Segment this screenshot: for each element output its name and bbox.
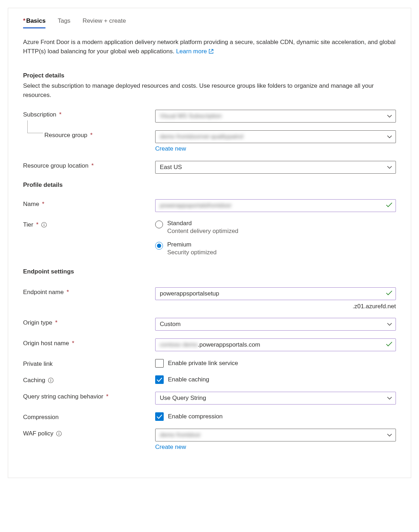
row-caching: Caching Enable caching: [23, 375, 396, 384]
row-compression: Compression Enable compression: [23, 412, 396, 421]
required-marker: *: [66, 289, 69, 296]
chevron-down-icon: [387, 321, 392, 328]
name-label: Name *: [23, 199, 155, 208]
private-link-checkbox-label: Enable private link service: [168, 360, 238, 367]
subscription-label: Subscription *: [23, 110, 155, 118]
caching-checkbox-label: Enable caching: [168, 376, 209, 383]
required-marker: *: [23, 17, 26, 24]
origin-host-label: Origin host name *: [23, 338, 155, 347]
qs-behavior-select[interactable]: Use Query String: [155, 392, 396, 405]
tab-review-create[interactable]: Review + create: [82, 17, 126, 28]
required-marker: *: [59, 111, 62, 118]
rg-location-label: Resource group location *: [23, 161, 155, 169]
row-origin-type: Origin type * Custom: [23, 318, 396, 331]
required-marker: *: [72, 340, 74, 347]
tree-connector-line: [27, 120, 43, 133]
tier-premium-desc: Security optimized: [167, 249, 217, 256]
row-subscription: Subscription * Visual MS Subscription: [23, 110, 396, 123]
info-icon[interactable]: [48, 378, 54, 383]
origin-type-select[interactable]: Custom: [155, 318, 396, 331]
radio-circle-icon: [155, 242, 163, 250]
row-rg-location: Resource group location * East US: [23, 161, 396, 174]
tab-bar: *Basics Tags Review + create: [23, 17, 396, 28]
chevron-down-icon: [387, 164, 392, 171]
required-marker: *: [106, 393, 109, 400]
svg-point-7: [59, 432, 59, 433]
qs-behavior-value: Use Query String: [160, 395, 206, 402]
create-new-rg-link[interactable]: Create new: [155, 145, 396, 152]
chevron-down-icon: [387, 395, 392, 402]
required-marker: *: [55, 319, 58, 326]
tier-radio-standard[interactable]: Standard Content delivery optimized: [155, 220, 396, 235]
endpoint-name-input[interactable]: powerappsportalsetup: [155, 287, 396, 300]
waf-policy-label: WAF policy: [23, 429, 155, 437]
endpoint-name-value: powerappsportalsetup: [160, 290, 219, 297]
chevron-down-icon: [387, 113, 392, 120]
checkmark-icon: [157, 378, 162, 382]
row-origin-host: Origin host name * contoso demo.powerapp…: [23, 338, 396, 351]
endpoint-name-label: Endpoint name *: [23, 287, 155, 296]
subscription-select[interactable]: Visual MS Subscription: [155, 110, 396, 123]
row-endpoint-name: Endpoint name * powerappsportalsetup .z0…: [23, 287, 396, 310]
checkmark-icon: [386, 341, 392, 348]
row-resource-group: Resource group * demo frontdoornet quali…: [23, 130, 396, 152]
tab-basics[interactable]: *Basics: [23, 17, 45, 28]
row-waf-policy: WAF policy demo frontdoor Create new: [23, 429, 396, 451]
endpoint-domain-suffix: .z01.azurefd.net: [155, 303, 396, 310]
project-details-desc: Select the subscription to manage deploy…: [23, 81, 396, 100]
checkmark-icon: [386, 202, 392, 209]
external-link-icon: [208, 48, 214, 57]
resource-group-select[interactable]: demo frontdoornet qualitypatrol: [155, 130, 396, 143]
tier-label: Tier *: [23, 220, 155, 228]
tier-standard-label: Standard: [167, 220, 238, 227]
origin-type-value: Custom: [160, 321, 181, 328]
origin-host-suffix: .powerappsportals.com: [198, 341, 260, 348]
resource-group-label: Resource group *: [23, 130, 155, 139]
rg-location-select[interactable]: East US: [155, 161, 396, 174]
checkmark-icon: [386, 290, 392, 297]
waf-policy-select[interactable]: demo frontdoor: [155, 429, 396, 441]
checkmark-icon: [157, 414, 162, 419]
svg-rect-8: [59, 433, 59, 435]
tier-radio-premium[interactable]: Premium Security optimized: [155, 241, 396, 256]
compression-checkbox[interactable]: [155, 412, 164, 421]
required-marker: *: [42, 201, 44, 208]
compression-label: Compression: [23, 412, 155, 421]
tab-label: Basics: [26, 17, 46, 24]
origin-host-input[interactable]: contoso demo.powerappsportals.com: [155, 338, 396, 351]
qs-behavior-label: Query string caching behavior *: [23, 392, 155, 400]
svg-rect-5: [51, 380, 51, 382]
endpoint-settings-title: Endpoint settings: [23, 268, 396, 275]
row-qs-behavior: Query string caching behavior * Use Quer…: [23, 392, 396, 405]
learn-more-link[interactable]: Learn more: [176, 48, 214, 55]
private-link-checkbox[interactable]: [155, 359, 164, 368]
learn-more-label: Learn more: [176, 48, 207, 55]
create-new-waf-link[interactable]: Create new: [155, 444, 396, 451]
tab-tags[interactable]: Tags: [58, 17, 70, 28]
resource-group-value: demo frontdoornet qualitypatrol: [160, 133, 243, 140]
private-link-label: Private link: [23, 359, 155, 368]
svg-point-1: [44, 223, 44, 224]
info-icon[interactable]: [41, 222, 47, 228]
intro-text: Azure Front Door is a modern application…: [23, 38, 396, 57]
caching-label: Caching: [23, 375, 155, 384]
name-input[interactable]: powerappsportalsfrontdoor: [155, 199, 396, 212]
required-marker: *: [36, 221, 39, 228]
chevron-down-icon: [387, 133, 392, 140]
svg-point-4: [50, 379, 51, 380]
row-tier: Tier * Standard Content delivery optimiz…: [23, 220, 396, 256]
required-marker: *: [90, 132, 93, 139]
info-icon[interactable]: [56, 431, 62, 436]
subscription-value: Visual MS Subscription: [160, 113, 222, 120]
tier-premium-label: Premium: [167, 241, 217, 248]
name-value: powerappsportalsfrontdoor: [160, 202, 232, 209]
form-panel: *Basics Tags Review + create Azure Front…: [8, 8, 411, 478]
caching-checkbox[interactable]: [155, 375, 164, 384]
row-name: Name * powerappsportalsfrontdoor: [23, 199, 396, 212]
radio-circle-icon: [155, 221, 163, 228]
tier-radio-group: Standard Content delivery optimized Prem…: [155, 220, 396, 256]
waf-policy-value: demo frontdoor: [160, 431, 201, 439]
origin-host-prefix: contoso demo: [160, 341, 198, 348]
svg-rect-2: [44, 224, 44, 226]
row-private-link: Private link Enable private link service: [23, 359, 396, 368]
